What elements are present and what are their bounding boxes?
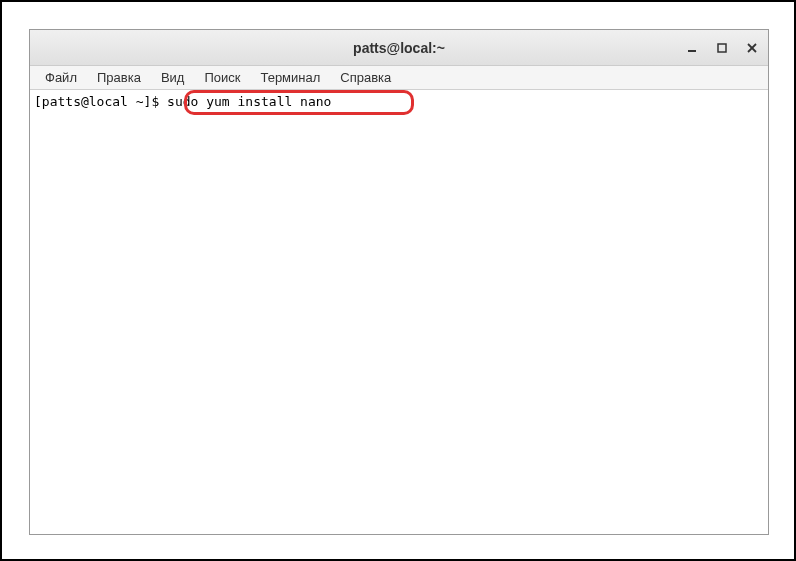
svg-rect-1 xyxy=(718,44,726,52)
titlebar: patts@local:~ xyxy=(30,30,768,66)
terminal-command: sudo yum install nano xyxy=(167,94,331,109)
terminal-window: patts@local:~ Файл Правка Вид Поиск Терм… xyxy=(29,29,769,535)
menu-search[interactable]: Поиск xyxy=(195,68,249,87)
menubar: Файл Правка Вид Поиск Терминал Справка xyxy=(30,66,768,90)
menu-help[interactable]: Справка xyxy=(331,68,400,87)
terminal-body[interactable]: [patts@local ~]$ sudo yum install nano xyxy=(30,90,768,534)
terminal-prompt: [patts@local ~]$ xyxy=(34,94,167,109)
close-button[interactable] xyxy=(744,40,760,56)
window-controls xyxy=(684,40,760,56)
window-title: patts@local:~ xyxy=(353,40,445,56)
maximize-button[interactable] xyxy=(714,40,730,56)
menu-edit[interactable]: Правка xyxy=(88,68,150,87)
menu-view[interactable]: Вид xyxy=(152,68,194,87)
menu-file[interactable]: Файл xyxy=(36,68,86,87)
minimize-button[interactable] xyxy=(684,40,700,56)
terminal-line: [patts@local ~]$ sudo yum install nano xyxy=(34,93,764,111)
menu-terminal[interactable]: Терминал xyxy=(251,68,329,87)
